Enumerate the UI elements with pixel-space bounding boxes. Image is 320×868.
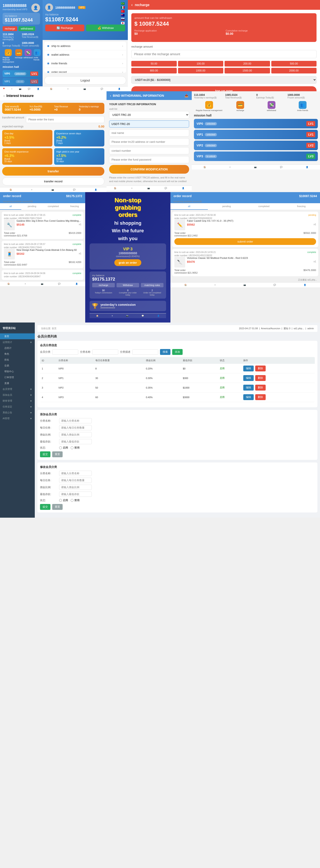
admin-modify-radio-enable-input[interactable]: [59, 499, 62, 502]
icon-financial[interactable]: 💰 Regular financial management: [3, 49, 14, 63]
quick-500[interactable]: 500.00: [271, 61, 317, 66]
vip-card-3[interactable]: VIP3 to unlock LV3: [194, 152, 318, 161]
submit-order-btn[interactable]: submit order: [174, 238, 316, 245]
ornav-chat[interactable]: 💬: [273, 284, 276, 286]
admin-modify-input-deposit[interactable]: [59, 492, 92, 497]
admin-item-rank[interactable]: 排名: [0, 357, 35, 363]
pronav-home[interactable]: 🏠: [96, 315, 98, 317]
pronav-user[interactable]: 👤: [157, 315, 159, 317]
nav-camera[interactable]: 📷: [19, 88, 21, 90]
rmpnav-user[interactable]: 👤: [306, 166, 308, 168]
quick-200[interactable]: 200.00: [225, 61, 270, 66]
edit-btn-0[interactable]: 编辑: [243, 366, 254, 371]
delete-btn-3[interactable]: 删除: [255, 394, 266, 400]
bpnav-user[interactable]: 👤: [182, 187, 184, 189]
rp-amount-input[interactable]: [131, 50, 317, 58]
delete-btn-1[interactable]: 删除: [255, 375, 266, 381]
vip-card-1[interactable]: VIP1 unlocked LV1: [194, 130, 318, 139]
admin-modify-reset-btn[interactable]: 重置: [52, 504, 63, 510]
ornav-home[interactable]: 🏠: [184, 284, 187, 286]
admin-modify-submit-btn[interactable]: 提交: [40, 504, 51, 510]
admin-modify-radio-disable-input[interactable]: [71, 499, 74, 502]
admin-search-btn[interactable]: 搜索: [160, 349, 170, 355]
quick-100[interactable]: 100.00: [178, 61, 224, 66]
opnav-home[interactable]: 🏠: [7, 283, 10, 285]
rmp-icon-recharge[interactable]: 💳 recharge: [225, 101, 256, 112]
ip-card-1[interactable]: Experience seven days +5.2% [fixed] 7 da…: [54, 130, 104, 147]
vip-card-0[interactable]: VIP0 unlocked LV1: [194, 119, 318, 128]
pronav-list[interactable]: ≡: [112, 315, 113, 317]
pvb-grab-btn[interactable]: grab an order: [114, 259, 141, 266]
bp-contact-input[interactable]: [109, 147, 189, 154]
ip-card-2[interactable]: One month experience +6.3% [fixed] 15 da…: [2, 148, 52, 165]
ipnav-user[interactable]: 👤: [94, 189, 97, 191]
admin-input-commission[interactable]: [59, 432, 92, 437]
admin-radio-disable[interactable]: 禁用: [71, 446, 80, 450]
op-tab-pending[interactable]: pending: [21, 203, 42, 210]
cnav-chat[interactable]: 💬: [100, 88, 103, 90]
admin-reset-btn[interactable]: 重置: [52, 452, 63, 457]
admin-modify-input-commission[interactable]: [59, 485, 92, 490]
ipnav-camera[interactable]: 📷: [52, 189, 54, 191]
menu-ship[interactable]: ship to address ›: [45, 42, 126, 51]
admin-menu-notice-header[interactable]: 系统公告 ▼: [0, 410, 35, 415]
op-tab-freezing[interactable]: freezing: [64, 203, 85, 210]
icon-withdrawal[interactable]: 💸 withdrawal: [24, 49, 33, 63]
admin-item-trade[interactable]: 交易: [0, 363, 35, 369]
clp-withdraw-btn[interactable]: 💰 Withdraw: [86, 25, 125, 31]
op-tab-pending-r[interactable]: pending: [208, 203, 245, 210]
edit-btn-3[interactable]: 编辑: [243, 394, 254, 400]
ip-card-0[interactable]: One day +3.5% [fixed] 1 days: [2, 130, 52, 147]
admin-add-btn[interactable]: 添加: [172, 349, 183, 355]
ip-back-btn[interactable]: ‹: [3, 94, 5, 98]
opnav-chat[interactable]: 💬: [58, 283, 60, 285]
quick-50[interactable]: 50.00: [131, 61, 177, 66]
admin-item-help[interactable]: 帮助中心: [0, 369, 35, 374]
bp-usdt-select[interactable]: USDT-TRC-20: [109, 111, 189, 119]
bmb-withdraw-btn[interactable]: Withdraw: [117, 283, 139, 287]
admin-radio-disable-input[interactable]: [71, 446, 74, 449]
bpnav-camera[interactable]: 📷: [147, 187, 150, 189]
opnav-user[interactable]: 👤: [76, 283, 78, 285]
admin-filter-input-1[interactable]: [92, 349, 118, 355]
ip-transfer-btn[interactable]: transfer: [2, 167, 104, 176]
rmpnav-home[interactable]: 🏠: [203, 166, 206, 168]
admin-menu-member-header[interactable]: 会员管理 ▼: [0, 386, 35, 392]
admin-input-name[interactable]: [59, 418, 92, 423]
admin-modify-radio-enable[interactable]: 启用: [59, 499, 68, 502]
bp-icon[interactable]: 📤: [184, 94, 188, 97]
delete-btn-0[interactable]: 删除: [255, 366, 266, 371]
ip-record-btn[interactable]: transfer record: [2, 177, 104, 185]
op-tab-all[interactable]: all: [0, 203, 21, 210]
ornav-user[interactable]: 👤: [304, 284, 306, 286]
nav-chat[interactable]: 💬: [28, 88, 30, 90]
edit-btn-2[interactable]: 编辑: [243, 385, 254, 391]
cnav-home[interactable]: 🏠: [50, 88, 52, 90]
admin-item-live[interactable]: 直播: [0, 380, 35, 386]
withdrawal-button[interactable]: withdrawal: [19, 26, 35, 31]
rmp-icon-withdrawal[interactable]: 💸 withdrawal: [256, 101, 287, 112]
cnav-user[interactable]: 👤: [118, 88, 120, 90]
nav-user[interactable]: 👤: [37, 88, 39, 90]
bpnav-list[interactable]: ≡: [131, 187, 133, 189]
admin-menu-stats-header[interactable]: 运营统计 ▼: [0, 339, 35, 345]
bp-address-input[interactable]: [109, 138, 189, 145]
admin-item-order[interactable]: 订单管理: [0, 374, 35, 380]
bp-password-input[interactable]: [109, 156, 189, 163]
rmpnav-camera[interactable]: 📷: [254, 166, 257, 168]
nav-home[interactable]: [3, 88, 5, 90]
bpnav-chat[interactable]: 💬: [165, 187, 167, 189]
icon-invite[interactable]: 👥 invite friends: [34, 49, 41, 63]
rmpnav-chat[interactable]: 💬: [280, 166, 282, 168]
rp-back-btn[interactable]: ‹: [131, 3, 133, 7]
ornav-camera[interactable]: 📷: [243, 284, 246, 286]
logout-button[interactable]: Logout: [45, 76, 126, 85]
ornav-list[interactable]: ≡: [214, 284, 216, 286]
admin-filter-input-0[interactable]: [52, 349, 78, 355]
admin-modify-input-name[interactable]: [59, 471, 92, 476]
ip-transfer-input[interactable]: [26, 116, 104, 123]
admin-radio-enable[interactable]: 启用: [59, 446, 68, 450]
quick-2000[interactable]: 2000.00: [271, 68, 317, 73]
op-tab-all-r[interactable]: all: [170, 203, 208, 210]
cnav-list[interactable]: ≡: [67, 88, 68, 90]
